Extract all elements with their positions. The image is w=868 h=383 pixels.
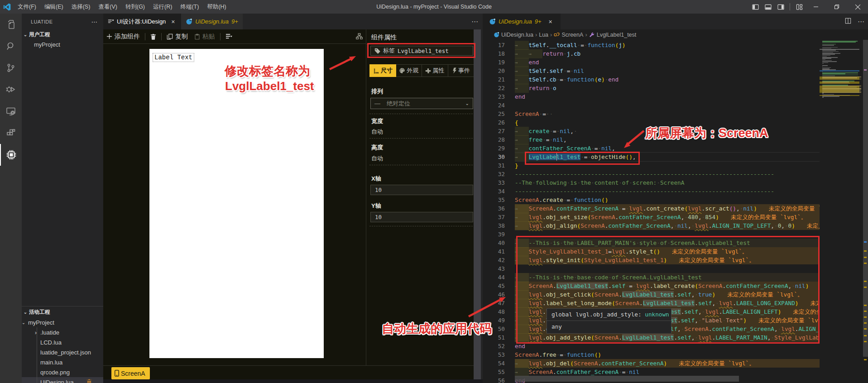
activity-remote-explorer[interactable] bbox=[0, 101, 22, 122]
more-actions-icon[interactable]: ⋯ bbox=[91, 18, 98, 25]
y-axis-input[interactable]: 10 bbox=[370, 212, 473, 222]
tab-whitespace bbox=[515, 368, 529, 377]
code-line-22[interactable]: 22return·o bbox=[483, 84, 820, 92]
code-line-37[interactable]: 37lvgl.obj_set_size(ScreenA.contFather_S… bbox=[483, 213, 820, 221]
tree-item-label: main.lua bbox=[40, 359, 62, 366]
chevron-down-icon: ⌄ bbox=[22, 32, 29, 37]
more-actions-icon[interactable]: ⋯ bbox=[858, 18, 864, 26]
code-line-19[interactable]: 19end bbox=[483, 58, 820, 67]
code-line-55[interactable]: 55ScreenA.contFather_ScreenA·=·nil bbox=[483, 368, 820, 376]
code-line-33[interactable]: 33--The·following·is·the·content·of·scre… bbox=[483, 178, 820, 187]
section-user-projects[interactable]: ⌄用户工程 bbox=[22, 29, 103, 39]
minimap-line bbox=[822, 63, 824, 64]
activity-extensions[interactable] bbox=[0, 122, 22, 144]
prop-tab-尺寸[interactable]: 尺寸 bbox=[369, 64, 396, 77]
menu-t[interactable]: 终端(T) bbox=[176, 2, 203, 12]
paste-button[interactable]: 粘贴 bbox=[194, 33, 215, 41]
breadcrumb-screena[interactable]: ScreenA bbox=[554, 32, 583, 38]
activity-luatide[interactable] bbox=[0, 144, 22, 166]
ruler-icon bbox=[373, 68, 379, 74]
split-editor-icon[interactable] bbox=[845, 18, 851, 25]
code-line-17[interactable]: 17tSelf.__tocall·=·function(j) bbox=[483, 41, 820, 49]
minimap[interactable] bbox=[820, 40, 863, 383]
code-text: ScreenA.contFather_ScreenA·=·lvgl.cont_c… bbox=[515, 204, 820, 213]
tab-uidesign.lua[interactable]: UiDesign.lua9+ bbox=[181, 14, 243, 29]
scrollbar-thumb[interactable] bbox=[863, 40, 868, 357]
copy-button[interactable]: 复制 bbox=[167, 33, 188, 41]
horizontal-scrollbar[interactable] bbox=[515, 376, 739, 382]
breadcrumb-label: UiDesign.lua bbox=[501, 32, 533, 38]
component-list-icon[interactable] bbox=[225, 34, 232, 39]
close-icon[interactable]: × bbox=[169, 18, 177, 25]
activity-source-control[interactable] bbox=[0, 57, 22, 79]
code-line-54[interactable]: 54lvgl.obj_del(ScreenA.contFather_Screen… bbox=[483, 359, 820, 368]
tree-item-lcd.lua[interactable]: LCD.lua bbox=[22, 337, 103, 347]
overview-ruler[interactable] bbox=[863, 40, 868, 383]
tab-ui-uidesign[interactable]: UI设计器:UiDesign× bbox=[103, 14, 181, 29]
tab-whitespace bbox=[515, 204, 529, 213]
toggle-secondary-sidebar-icon[interactable] bbox=[774, 0, 787, 14]
code-line-38[interactable]: 38lvgl.obj_align(ScreenA.contFather_Scre… bbox=[483, 221, 820, 230]
tree-item-myproject[interactable]: ⌄myProject bbox=[22, 317, 103, 327]
tab-uidesign.lua[interactable]: UiDesign.lua9+× bbox=[483, 14, 561, 29]
screen-tab-label: ScreenA bbox=[121, 370, 145, 377]
code-line-23[interactable]: 23end bbox=[483, 92, 820, 101]
activity-explorer[interactable] bbox=[0, 14, 22, 35]
tree-item-qrcode.png[interactable]: qrcode.png bbox=[22, 367, 103, 377]
close-window-button[interactable] bbox=[847, 0, 868, 14]
more-actions-icon[interactable]: ⋯ bbox=[471, 18, 478, 26]
minimize-button[interactable] bbox=[806, 0, 826, 14]
toggle-panel-icon[interactable] bbox=[762, 0, 774, 14]
add-component-button[interactable]: 添加组件 bbox=[106, 33, 140, 41]
toggle-sidebar-icon[interactable] bbox=[749, 0, 762, 14]
hierarchy-icon[interactable] bbox=[356, 33, 363, 41]
ruler-mark bbox=[864, 311, 867, 312]
menu-f[interactable]: 文件(F) bbox=[14, 2, 40, 12]
menu-r[interactable]: 运行(R) bbox=[149, 2, 176, 12]
menu-g[interactable]: 转到(G) bbox=[121, 2, 149, 12]
menu-h[interactable]: 帮助(H) bbox=[203, 2, 230, 12]
customize-layout-icon[interactable] bbox=[793, 0, 806, 14]
activity-search[interactable] bbox=[0, 35, 22, 57]
breadcrumb-lvgllabel1-test[interactable]: LvglLabel1_test bbox=[589, 32, 637, 38]
code-line-36[interactable]: 36ScreenA.contFather_ScreenA·=·lvgl.cont… bbox=[483, 204, 820, 213]
code-line-25[interactable]: 25ScreenA·=·· bbox=[483, 110, 820, 118]
search-icon bbox=[5, 41, 16, 52]
section-active-project[interactable]: ⌄活动工程 bbox=[22, 306, 103, 317]
code-line-18[interactable]: 18return·j.cb bbox=[483, 49, 820, 58]
code-line-20[interactable]: 20tSelf.self·=·nil bbox=[483, 67, 820, 75]
lvgl-label-widget[interactable]: Label Text bbox=[153, 53, 194, 62]
code-line-35[interactable]: 35ScreenA.create·=·function() bbox=[483, 196, 820, 204]
code-line-21[interactable]: 21tSelf.cb·=·function(e)·end bbox=[483, 75, 820, 84]
code-line-53[interactable]: 53ScreenA.free·=·function() bbox=[483, 350, 820, 359]
tree-item-label: qrcode.png bbox=[40, 369, 70, 376]
activity-run-and-debug[interactable] bbox=[0, 79, 22, 101]
breadcrumb-lua[interactable]: Lua bbox=[539, 32, 548, 38]
code-line-34[interactable]: 34--------------------------------------… bbox=[483, 187, 820, 196]
x-axis-input[interactable]: 10 bbox=[370, 185, 473, 195]
tree-item-myproject[interactable]: myProject bbox=[22, 39, 103, 49]
delete-icon[interactable] bbox=[150, 34, 156, 40]
screen-canvas[interactable]: Label Text bbox=[149, 49, 324, 358]
prop-tab-属性[interactable]: 属性 bbox=[422, 64, 448, 77]
arrange-select[interactable]: —绝对定位⌄ bbox=[370, 98, 473, 109]
prop-tab-事件[interactable]: 事件 bbox=[448, 64, 475, 77]
menu-v[interactable]: 查看(V) bbox=[94, 2, 121, 12]
code-line-24[interactable]: 24 bbox=[483, 101, 820, 110]
breadcrumb-uidesign.lua[interactable]: UiDesign.lua bbox=[494, 32, 533, 38]
tree-item-luatide-project.json[interactable]: luatide_project.json bbox=[22, 347, 103, 357]
screen-tab-screena[interactable]: ScreenA bbox=[111, 367, 150, 379]
tree-item-uidesign.lua[interactable]: UiDesign.lua bbox=[22, 377, 103, 383]
restore-button[interactable] bbox=[826, 0, 847, 14]
width-label: 宽度 bbox=[371, 117, 383, 125]
menu-bar: 文件(F)编辑(E)选择(S)查看(V)转到(G)运行(R)终端(T)帮助(H) bbox=[14, 0, 230, 14]
code-line-32[interactable]: 32--------------------------------------… bbox=[483, 170, 820, 178]
menu-s[interactable]: 选择(S) bbox=[67, 2, 95, 12]
trash-icon[interactable] bbox=[86, 378, 92, 383]
tree-item-main.lua[interactable]: main.lua bbox=[22, 357, 103, 367]
close-icon[interactable]: × bbox=[547, 18, 554, 25]
tree-item-.luatide[interactable]: ›.luatide bbox=[22, 327, 103, 337]
menu-e[interactable]: 编辑(E) bbox=[40, 2, 67, 12]
tab-whitespace bbox=[515, 58, 529, 67]
prop-tab-外观[interactable]: 外观 bbox=[396, 64, 422, 77]
